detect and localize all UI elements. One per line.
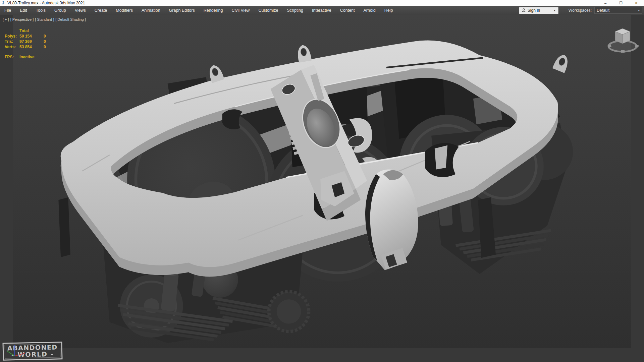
- workspaces-dropdown[interactable]: Default ▾: [594, 7, 642, 14]
- stats-tris-label: Tris:: [5, 39, 19, 44]
- scene-3d-bogie-model[interactable]: [0, 15, 644, 362]
- workspaces-caret-icon: ▾: [638, 9, 640, 12]
- menu-create[interactable]: Create: [90, 6, 112, 15]
- menu-customize[interactable]: Customize: [254, 6, 282, 15]
- sign-in-caret-icon: ▾: [554, 9, 555, 12]
- menu-rendering[interactable]: Rendering: [199, 6, 227, 15]
- menu-group[interactable]: Group: [50, 6, 70, 15]
- window-controls: – ❐ ✕: [598, 0, 644, 6]
- axis-x-icon: [15, 353, 25, 356]
- sign-in-button[interactable]: Sign In ▾: [519, 7, 558, 14]
- stats-tris-selected: 0: [44, 39, 46, 44]
- menu-file[interactable]: File: [0, 6, 15, 15]
- window-title: VL80-Trolley.max - Autodesk 3ds Max 2021: [7, 1, 85, 5]
- 3dsmax-app-icon: 3: [0, 0, 6, 6]
- close-button[interactable]: ✕: [629, 0, 644, 6]
- axis-y-icon: [7, 351, 15, 356]
- sign-in-label: Sign In: [528, 8, 540, 13]
- minimize-button[interactable]: –: [598, 0, 613, 6]
- stats-verts-total: 53 854: [19, 44, 44, 50]
- menu-interactive[interactable]: Interactive: [308, 6, 336, 15]
- stats-header-total: Total: [19, 28, 44, 34]
- title-bar: 3 VL80-Trolley.max - Autodesk 3ds Max 20…: [0, 0, 644, 6]
- viewport-menu-pov[interactable]: [ Perspective ]: [10, 17, 34, 21]
- menu-graph-editors[interactable]: Graph Editors: [165, 6, 199, 15]
- viewport-menu-general[interactable]: [ + ]: [3, 17, 9, 21]
- stats-polys-label: Polys:: [5, 34, 19, 39]
- viewport-menu-shading[interactable]: [ Default Shading ]: [55, 17, 86, 21]
- world-axis-tripod: [5, 343, 29, 359]
- menu-bar: File Edit Tools Group Views Create Modif…: [0, 6, 644, 15]
- workspaces-label: Workspaces:: [569, 8, 592, 13]
- viewport-label: [ + ] [ Perspective ] [ Standard ] [ Def…: [3, 17, 86, 21]
- menu-arnold[interactable]: Arnold: [359, 6, 380, 15]
- stats-verts-label: Verts:: [5, 44, 19, 50]
- viewport-statistics: Total Polys: 50 154 0 Tris: 97 369 0 Ver…: [5, 28, 46, 60]
- menu-edit[interactable]: Edit: [15, 6, 32, 15]
- stats-fps-value: Inactive: [19, 54, 44, 60]
- restore-button[interactable]: ❐: [613, 0, 629, 6]
- viewcube[interactable]: [607, 24, 639, 59]
- menu-help[interactable]: Help: [380, 6, 397, 15]
- menu-views[interactable]: Views: [70, 6, 90, 15]
- menu-tools[interactable]: Tools: [32, 6, 50, 15]
- menu-animation[interactable]: Animation: [137, 6, 165, 15]
- stats-fps-label: FPS:: [5, 54, 19, 60]
- stats-verts-selected: 0: [44, 44, 46, 50]
- menu-content[interactable]: Content: [336, 6, 359, 15]
- menu-right-cluster: Sign In ▾ Workspaces: Default ▾: [519, 7, 644, 14]
- menu-modifiers[interactable]: Modifiers: [111, 6, 137, 15]
- user-icon: [522, 8, 526, 12]
- stats-tris-total: 97 369: [19, 39, 44, 44]
- viewcube-cube[interactable]: [615, 28, 630, 44]
- stats-polys-selected: 0: [44, 34, 46, 39]
- viewport-menu-renderer[interactable]: [ Standard ]: [35, 17, 54, 21]
- stats-polys-total: 50 154: [19, 34, 44, 39]
- workspaces-value: Default: [597, 8, 609, 13]
- menu-civil-view[interactable]: Civil View: [227, 6, 254, 15]
- menu-scripting[interactable]: Scripting: [282, 6, 308, 15]
- perspective-viewport[interactable]: [ + ] [ Perspective ] [ Standard ] [ Def…: [0, 15, 644, 362]
